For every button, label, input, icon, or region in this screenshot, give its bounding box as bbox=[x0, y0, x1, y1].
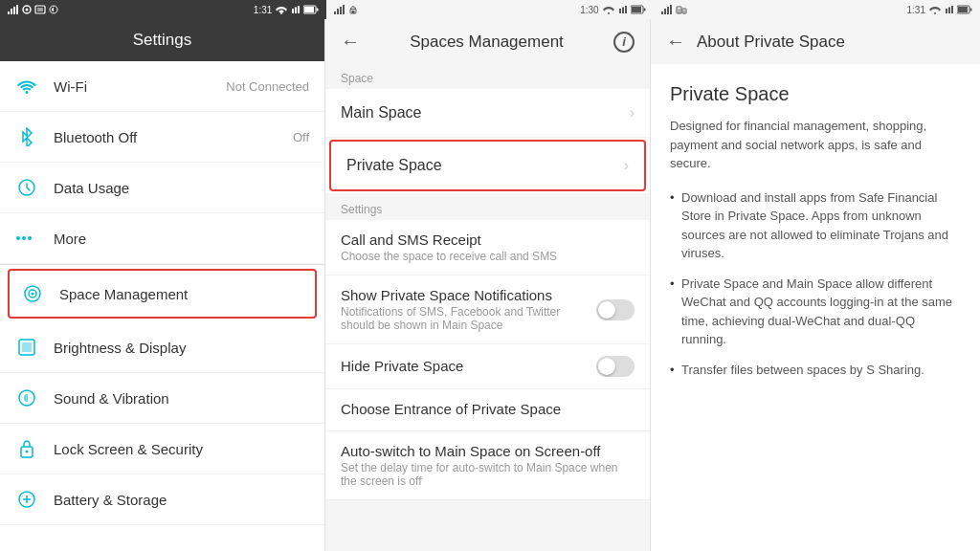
space-icon bbox=[21, 282, 44, 305]
auto-switch-title: Auto-switch to Main Space on Screen-off bbox=[341, 443, 635, 459]
settings-item-space[interactable]: Space Management bbox=[8, 269, 317, 319]
svg-rect-39 bbox=[22, 342, 32, 352]
about-title-header: About Private Space bbox=[697, 33, 845, 52]
main-space-chevron: › bbox=[630, 104, 635, 121]
svg-rect-19 bbox=[643, 9, 645, 11]
svg-rect-6 bbox=[295, 8, 297, 14]
svg-rect-5 bbox=[292, 9, 294, 13]
private-space-label: Private Space bbox=[346, 157, 624, 174]
status-bar-1-left bbox=[8, 5, 58, 14]
svg-point-1 bbox=[26, 9, 29, 11]
svg-point-24 bbox=[934, 12, 936, 14]
settings-title: Settings bbox=[133, 31, 191, 49]
private-space-chevron: › bbox=[624, 157, 629, 174]
about-bullet-3: Transfer files between spaces by S Shari… bbox=[670, 361, 961, 380]
spaces-back-button[interactable]: ← bbox=[341, 31, 360, 53]
svg-point-42 bbox=[26, 451, 29, 453]
lock-icon bbox=[15, 437, 38, 460]
settings-item-bluetooth[interactable]: Bluetooth Off Off bbox=[0, 112, 324, 163]
svg-point-32 bbox=[16, 236, 20, 240]
hide-private-toggle[interactable] bbox=[596, 356, 635, 377]
svg-point-4 bbox=[280, 12, 282, 14]
bluetooth-label: Bluetooth Off bbox=[54, 129, 278, 145]
show-notifications-item[interactable]: Show Private Space Notifications Notific… bbox=[325, 276, 650, 344]
about-content: Private Space Designed for financial man… bbox=[651, 64, 980, 551]
battery-label: Battery & Storage bbox=[54, 492, 309, 508]
svg-rect-15 bbox=[622, 8, 624, 14]
svg-rect-21 bbox=[678, 9, 680, 13]
svg-point-37 bbox=[32, 293, 34, 296]
svg-rect-30 bbox=[969, 9, 971, 11]
private-space-item[interactable]: Private Space › bbox=[329, 140, 646, 191]
battery-storage-icon bbox=[15, 488, 38, 511]
about-panel: ← About Private Space Private Space Desi… bbox=[651, 19, 980, 551]
svg-rect-29 bbox=[958, 7, 968, 12]
settings-item-wifi[interactable]: Wi-Fi Not Connected bbox=[0, 61, 324, 112]
status-bar-2-right: 1:30 bbox=[580, 5, 645, 15]
choose-entrance-title: Choose Entrance of Private Space bbox=[341, 401, 635, 417]
svg-rect-26 bbox=[948, 8, 950, 14]
settings-item-brightness[interactable]: Brightness & Display bbox=[0, 322, 324, 373]
status-bar-1: 1:31 bbox=[0, 0, 326, 19]
status-bar-3-right: 1:31 bbox=[907, 5, 972, 15]
hide-private-title: Hide Private Space bbox=[341, 358, 596, 374]
settings-header: Settings bbox=[0, 19, 324, 61]
main-panels: Settings Wi-Fi Not Connected Bluetooth O… bbox=[0, 19, 980, 551]
svg-rect-7 bbox=[298, 6, 300, 13]
about-bullets-list: Download and install apps from Safe Fina… bbox=[670, 188, 961, 380]
svg-rect-27 bbox=[951, 6, 953, 13]
sound-label: Sound & Vibration bbox=[54, 390, 309, 407]
call-sms-item[interactable]: Call and SMS Receipt Choose the space to… bbox=[325, 220, 650, 276]
data-icon bbox=[15, 176, 38, 199]
spaces-list: Main Space › Private Space › bbox=[325, 89, 650, 193]
space-label: Space Management bbox=[59, 286, 303, 302]
svg-rect-10 bbox=[317, 9, 319, 11]
svg-rect-18 bbox=[632, 7, 641, 12]
about-intro: Designed for financial management, shopp… bbox=[670, 117, 961, 173]
spaces-header: ← Spaces Management i bbox=[325, 19, 650, 64]
svg-point-34 bbox=[28, 236, 32, 240]
more-icon bbox=[15, 227, 38, 250]
more-label: More bbox=[54, 231, 309, 247]
call-sms-title: Call and SMS Receipt bbox=[341, 231, 635, 248]
svg-point-33 bbox=[22, 236, 26, 240]
svg-rect-9 bbox=[304, 7, 314, 12]
auto-switch-item[interactable]: Auto-switch to Main Space on Screen-off … bbox=[325, 431, 650, 500]
svg-rect-3 bbox=[37, 8, 43, 11]
settings-item-sound[interactable]: Sound & Vibration bbox=[0, 373, 324, 424]
wifi-icon bbox=[15, 75, 38, 98]
brightness-label: Brightness & Display bbox=[54, 340, 309, 356]
about-page-title: Private Space bbox=[670, 83, 961, 105]
about-bullet-1: Download and install apps from Safe Fina… bbox=[670, 188, 961, 263]
spaces-title: Spaces Management bbox=[410, 33, 564, 52]
status-bars: 1:31 1:30 1:31 bbox=[0, 0, 980, 19]
spaces-panel: ← Spaces Management i Space Main Space ›… bbox=[325, 19, 651, 551]
settings-item-lock[interactable]: Lock Screen & Security bbox=[0, 424, 324, 474]
auto-switch-desc: Set the delay time for auto-switch to Ma… bbox=[341, 461, 635, 488]
sound-icon bbox=[15, 386, 38, 409]
status-bar-1-right: 1:31 bbox=[254, 5, 319, 15]
status-bar-2: 1:30 bbox=[326, 0, 653, 19]
spaces-settings-list: Call and SMS Receipt Choose the space to… bbox=[325, 220, 650, 500]
bluetooth-icon bbox=[15, 125, 38, 148]
call-sms-desc: Choose the space to receive call and SMS bbox=[341, 250, 635, 263]
about-back-button[interactable]: ← bbox=[666, 31, 685, 53]
brightness-icon bbox=[15, 336, 38, 359]
svg-rect-14 bbox=[619, 9, 621, 13]
settings-item-data[interactable]: Data Usage bbox=[0, 163, 324, 213]
bluetooth-value: Off bbox=[293, 130, 309, 144]
svg-point-13 bbox=[608, 12, 610, 14]
settings-list: Wi-Fi Not Connected Bluetooth Off Off Da… bbox=[0, 61, 324, 551]
show-notifications-toggle[interactable] bbox=[596, 299, 635, 320]
main-space-label: Main Space bbox=[341, 104, 630, 121]
show-notifications-title: Show Private Space Notifications bbox=[341, 287, 596, 303]
settings-item-more[interactable]: More bbox=[0, 213, 324, 264]
main-space-item[interactable]: Main Space › bbox=[325, 89, 650, 138]
settings-item-battery[interactable]: Battery & Storage bbox=[0, 474, 324, 525]
hide-private-item[interactable]: Hide Private Space bbox=[325, 344, 650, 389]
spaces-info-button[interactable]: i bbox=[613, 32, 635, 53]
svg-rect-23 bbox=[683, 11, 685, 14]
choose-entrance-item[interactable]: Choose Entrance of Private Space bbox=[325, 389, 650, 431]
lock-label: Lock Screen & Security bbox=[54, 441, 309, 457]
svg-rect-12 bbox=[352, 11, 355, 13]
